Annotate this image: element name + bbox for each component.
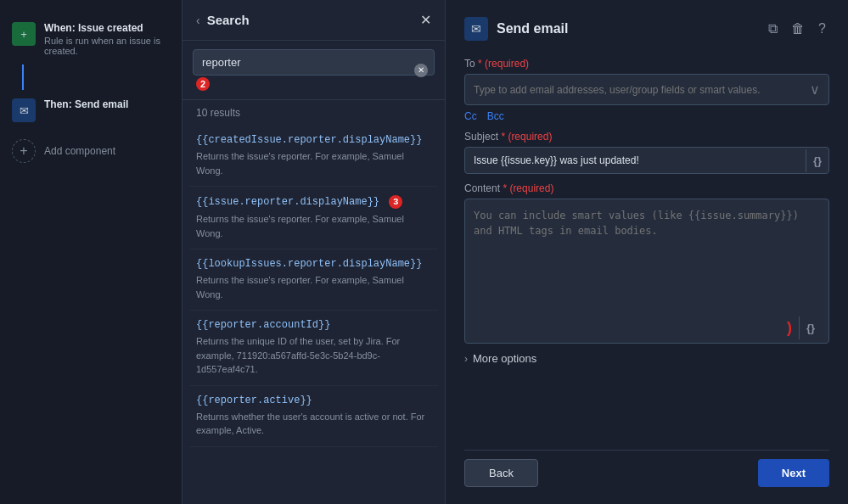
sidebar-item-issue-created[interactable]: + When: Issue created Rule is run when a…: [0, 14, 182, 64]
add-component-button[interactable]: + Add component: [0, 131, 182, 171]
search-panel: ‹ Search ✕ ✕ 2 10 results {{createdIssue…: [183, 0, 446, 504]
result-item-1[interactable]: {{issue.reporter.displayName}} 3 Returns…: [189, 187, 438, 249]
delete-panel-button[interactable]: 🗑: [788, 18, 808, 40]
copy-panel-button[interactable]: ⧉: [765, 18, 781, 40]
result-desc-2: Returns the issue's reporter. For exampl…: [196, 273, 431, 301]
more-options-label: More options: [473, 352, 536, 365]
result-code-1: {{issue.reporter.displayName}} 3: [196, 195, 431, 209]
content-area-wrapper: ) {}: [464, 199, 829, 344]
close-search-button[interactable]: ✕: [420, 12, 431, 28]
search-input[interactable]: [193, 49, 435, 76]
sidebar-item-title-issue: When: Issue created: [44, 22, 170, 34]
content-code-icon[interactable]: {}: [799, 316, 822, 339]
plus-icon: +: [12, 22, 36, 46]
cc-bcc-row: Cc Bcc: [464, 110, 829, 122]
sidebar: + When: Issue created Rule is run when a…: [0, 0, 183, 504]
result-item-2[interactable]: {{lookupIssues.reporter.displayName}} Re…: [189, 249, 438, 311]
back-arrow-icon[interactable]: ‹: [196, 14, 200, 27]
sidebar-item-subtitle-issue: Rule is run when an issue is created.: [44, 36, 170, 56]
result-item-0[interactable]: {{createdIssue.reporter.displayName}} Re…: [189, 126, 438, 187]
results-list: {{createdIssue.reporter.displayName}} Re…: [183, 126, 445, 504]
email-panel-icon: ✉: [464, 17, 488, 41]
result-desc-1: Returns the issue's reporter. For exampl…: [196, 212, 431, 240]
search-panel-title: Search: [207, 13, 250, 27]
to-label: To * (required): [464, 58, 829, 70]
subject-code-icon[interactable]: {}: [806, 149, 828, 172]
email-panel-title: Send email: [497, 21, 568, 36]
result-item-3[interactable]: {{reporter.accountId}} Returns the uniqu…: [189, 311, 438, 386]
cc-link[interactable]: Cc: [464, 110, 477, 122]
subject-wrapper: {}: [464, 147, 829, 174]
sidebar-connector: [22, 64, 24, 90]
email-panel-header: ✉ Send email ⧉ 🗑 ?: [464, 17, 829, 41]
search-badge-2: 2: [196, 77, 210, 91]
chevron-right-icon: ›: [464, 353, 468, 365]
sidebar-item-send-email[interactable]: ✉ Then: Send email: [0, 90, 182, 131]
result-code-0: {{createdIssue.reporter.displayName}}: [196, 134, 431, 146]
search-badge-3: 3: [389, 195, 402, 209]
search-header: ‹ Search ✕: [183, 0, 445, 41]
add-icon: +: [12, 139, 36, 163]
subject-input[interactable]: [465, 148, 806, 173]
subject-label: Subject * (required): [464, 131, 829, 143]
clear-search-button[interactable]: ✕: [414, 64, 428, 77]
chevron-down-icon: ∨: [801, 75, 828, 104]
result-desc-0: Returns the issue's reporter. For exampl…: [196, 149, 431, 177]
email-sidebar-icon: ✉: [12, 98, 36, 122]
email-panel: ✉ Send email ⧉ 🗑 ? To * (required) ∨ Cc …: [446, 0, 848, 504]
panel-footer: Back Next: [464, 450, 829, 487]
result-item-4[interactable]: {{reporter.active}} Returns whether the …: [189, 386, 438, 447]
help-panel-button[interactable]: ?: [815, 18, 829, 40]
bcc-link[interactable]: Bcc: [487, 110, 504, 122]
sidebar-item-title-email: Then: Send email: [44, 98, 128, 110]
search-input-area: ✕ 2: [183, 41, 445, 100]
result-code-3: {{reporter.accountId}}: [196, 319, 431, 331]
content-textarea[interactable]: [465, 199, 828, 310]
bracket-icon: ): [787, 319, 792, 337]
result-code-2: {{lookupIssues.reporter.displayName}}: [196, 258, 431, 270]
result-desc-3: Returns the unique ID of the user, set b…: [196, 334, 431, 377]
next-button[interactable]: Next: [758, 459, 829, 487]
content-label: Content * (required): [464, 182, 829, 194]
to-field-input[interactable]: [465, 77, 801, 103]
to-field-wrapper[interactable]: ∨: [464, 74, 829, 105]
results-count: 10 results: [183, 100, 445, 126]
result-desc-4: Returns whether the user's account is ac…: [196, 410, 431, 438]
back-button[interactable]: Back: [464, 459, 538, 487]
more-options-row[interactable]: › More options: [464, 352, 829, 365]
result-code-4: {{reporter.active}}: [196, 395, 431, 406]
add-component-label: Add component: [44, 145, 115, 157]
